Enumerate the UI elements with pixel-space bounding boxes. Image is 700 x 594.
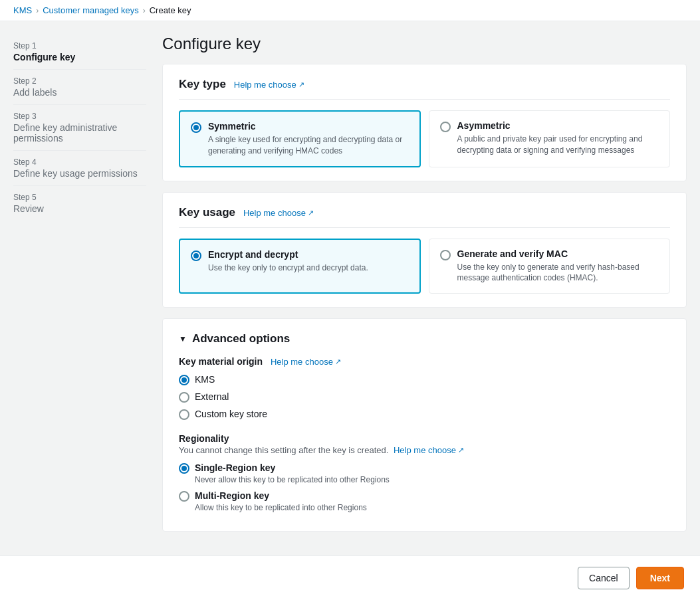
kms-label: KMS (195, 374, 215, 385)
encrypt-desc: Use the key only to encrypt and decrypt … (208, 262, 409, 274)
breadcrumb-sep1: › (36, 6, 39, 15)
multi-region-option[interactable]: Multi-Region key Allow this key to be re… (179, 490, 670, 512)
sidebar-step-3[interactable]: Step 3 Define key administrative permiss… (13, 105, 146, 151)
key-usage-external-icon: ↗ (308, 209, 314, 217)
key-usage-card: Key usage Help me choose ↗ Encrypt and d… (162, 192, 687, 308)
regionality-section: Regionality You cannot change this setti… (179, 433, 670, 512)
mac-desc: Use the key only to generate and verify … (457, 262, 659, 284)
step2-number: Step 2 (13, 76, 146, 86)
step1-number: Step 1 (13, 41, 146, 50)
symmetric-desc: A single key used for encrypting and dec… (208, 134, 409, 157)
breadcrumb-sep2: › (143, 6, 146, 15)
key-material-origin-section: Key material origin Help me choose ↗ KMS (179, 356, 670, 420)
key-type-option-symmetric[interactable]: Symmetric A single key used for encrypti… (179, 110, 421, 167)
radio-asymmetric (440, 122, 451, 132)
radio-encrypt (191, 250, 201, 261)
key-type-help-link[interactable]: Help me choose ↗ (234, 80, 304, 90)
radio-mac (440, 250, 451, 260)
cancel-button[interactable]: Cancel (578, 567, 630, 589)
footer: Cancel Next (0, 555, 700, 594)
key-material-external-icon: ↗ (335, 357, 341, 366)
sidebar-step-5[interactable]: Step 5 Review (13, 186, 146, 221)
sidebar-step-4[interactable]: Step 4 Define key usage permissions (13, 151, 146, 186)
advanced-options-card: ▼ Advanced options Key material origin H… (162, 318, 687, 532)
key-type-options: Symmetric A single key used for encrypti… (179, 110, 670, 167)
single-region-label: Single-Region key (195, 462, 275, 473)
regionality-external-icon: ↗ (458, 446, 464, 454)
regionality-note: You cannot change this setting after the… (179, 445, 670, 455)
single-region-option[interactable]: Single-Region key Never allow this key t… (179, 462, 670, 484)
key-material-origin-header: Key material origin Help me choose ↗ (179, 356, 670, 367)
external-label: External (195, 391, 229, 402)
custom-key-store-label: Custom key store (195, 409, 267, 419)
step4-title: Define key usage permissions (13, 168, 146, 179)
radio-custom-key-store (179, 409, 189, 420)
symmetric-title: Symmetric (208, 121, 409, 132)
external-option[interactable]: External (179, 391, 670, 403)
step5-title: Review (13, 203, 146, 214)
key-material-help-link[interactable]: Help me choose ↗ (271, 357, 341, 367)
key-type-card: Key type Help me choose ↗ Symmetric A si… (162, 64, 687, 181)
radio-multi-region (179, 491, 189, 502)
radio-kms (179, 375, 189, 385)
key-usage-option-encrypt[interactable]: Encrypt and decrypt Use the key only to … (179, 239, 421, 294)
multi-region-desc: Allow this key to be replicated into oth… (195, 503, 670, 512)
collapse-icon[interactable]: ▼ (179, 334, 187, 344)
key-usage-title: Key usage (179, 206, 235, 219)
key-usage-header: Key usage Help me choose ↗ (179, 206, 670, 228)
multi-region-label: Multi-Region key (195, 490, 269, 501)
content-area: Configure key Key type Help me choose ↗ … (162, 35, 687, 542)
breadcrumb: KMS › Customer managed keys › Create key (0, 0, 700, 21)
key-usage-option-mac[interactable]: Generate and verify MAC Use the key only… (429, 239, 671, 294)
page-title: Configure key (162, 35, 687, 53)
key-type-title: Key type (179, 78, 226, 90)
kms-option[interactable]: KMS (179, 373, 670, 385)
encrypt-title: Encrypt and decrypt (208, 249, 409, 260)
radio-single-region (179, 463, 189, 474)
asymmetric-desc: A public and private key pair used for e… (457, 134, 659, 156)
regionality-help-link[interactable]: Help me choose ↗ (394, 445, 464, 455)
regionality-header: Regionality (179, 433, 670, 444)
step2-title: Add labels (13, 87, 146, 98)
key-material-label: Key material origin (179, 356, 263, 367)
asymmetric-title: Asymmetric (457, 120, 659, 131)
breadcrumb-current: Create key (150, 5, 191, 15)
sidebar-step-1[interactable]: Step 1 Configure key (13, 35, 146, 70)
key-type-option-asymmetric[interactable]: Asymmetric A public and private key pair… (429, 110, 671, 167)
step3-title: Define key administrative permissions (13, 122, 146, 144)
regionality-options: Single-Region key Never allow this key t… (179, 462, 670, 512)
step5-number: Step 5 (13, 193, 146, 202)
breadcrumb-customer-keys[interactable]: Customer managed keys (43, 5, 139, 15)
regionality-label: Regionality (179, 433, 229, 444)
key-usage-help-link[interactable]: Help me choose ↗ (243, 208, 314, 218)
advanced-options-title: ▼ Advanced options (179, 332, 670, 346)
sidebar: Step 1 Configure key Step 2 Add labels S… (13, 35, 146, 221)
single-region-desc: Never allow this key to be replicated in… (195, 475, 670, 484)
mac-title: Generate and verify MAC (457, 248, 659, 259)
next-button[interactable]: Next (636, 567, 684, 589)
sidebar-step-2[interactable]: Step 2 Add labels (13, 70, 146, 105)
step4-number: Step 4 (13, 157, 146, 167)
key-type-header: Key type Help me choose ↗ (179, 78, 670, 100)
key-usage-options: Encrypt and decrypt Use the key only to … (179, 239, 670, 294)
external-link-icon: ↗ (298, 80, 304, 89)
main-layout: Step 1 Configure key Step 2 Add labels S… (0, 21, 700, 555)
step1-title: Configure key (13, 52, 146, 62)
custom-key-store-option[interactable]: Custom key store (179, 408, 670, 420)
radio-external (179, 392, 189, 403)
key-material-options: KMS External Custom key store (179, 373, 670, 420)
step3-number: Step 3 (13, 112, 146, 121)
breadcrumb-kms[interactable]: KMS (13, 5, 32, 15)
radio-symmetric (191, 122, 201, 133)
